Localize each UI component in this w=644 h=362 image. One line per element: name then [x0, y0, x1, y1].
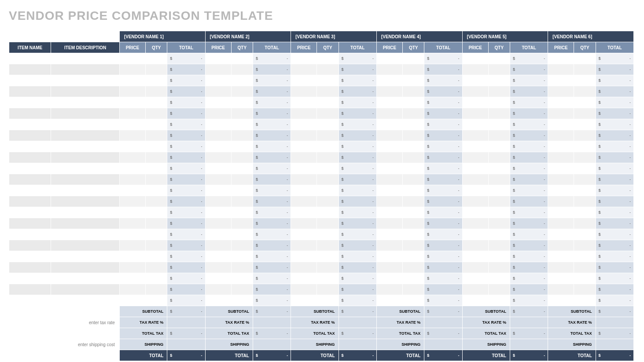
price-cell[interactable] — [291, 196, 317, 207]
qty-cell[interactable] — [403, 284, 424, 295]
price-cell[interactable] — [376, 240, 402, 251]
qty-cell[interactable] — [317, 130, 339, 141]
qty-cell[interactable] — [488, 119, 510, 130]
qty-cell[interactable] — [488, 64, 510, 75]
price-cell[interactable] — [548, 108, 574, 119]
price-cell[interactable] — [119, 53, 145, 64]
item-name-cell[interactable] — [9, 262, 51, 273]
price-cell[interactable] — [291, 240, 317, 251]
qty-cell[interactable] — [488, 108, 510, 119]
price-cell[interactable] — [291, 141, 317, 152]
qty-cell[interactable] — [403, 251, 424, 262]
price-cell[interactable] — [376, 163, 402, 174]
price-cell[interactable] — [205, 64, 231, 75]
qty-cell[interactable] — [488, 207, 510, 218]
price-cell[interactable] — [376, 262, 402, 273]
price-cell[interactable] — [376, 174, 402, 185]
qty-cell[interactable] — [574, 218, 596, 229]
item-desc-cell[interactable] — [51, 97, 120, 108]
qty-cell[interactable] — [231, 75, 253, 86]
price-cell[interactable] — [462, 119, 488, 130]
price-cell[interactable] — [548, 251, 574, 262]
price-cell[interactable] — [205, 185, 231, 196]
price-cell[interactable] — [548, 273, 574, 284]
item-name-cell[interactable] — [9, 207, 51, 218]
qty-cell[interactable] — [146, 262, 167, 273]
price-cell[interactable] — [548, 229, 574, 240]
qty-cell[interactable] — [146, 130, 167, 141]
price-cell[interactable] — [548, 64, 574, 75]
price-cell[interactable] — [291, 229, 317, 240]
qty-cell[interactable] — [403, 185, 424, 196]
price-cell[interactable] — [376, 119, 402, 130]
price-cell[interactable] — [119, 207, 145, 218]
price-cell[interactable] — [205, 295, 231, 306]
price-cell[interactable] — [205, 273, 231, 284]
qty-cell[interactable] — [574, 273, 596, 284]
item-name-cell[interactable] — [9, 240, 51, 251]
qty-cell[interactable] — [231, 273, 253, 284]
qty-cell[interactable] — [317, 251, 339, 262]
qty-cell[interactable] — [574, 130, 596, 141]
qty-cell[interactable] — [488, 229, 510, 240]
item-name-cell[interactable] — [9, 130, 51, 141]
price-cell[interactable] — [119, 240, 145, 251]
qty-cell[interactable] — [231, 53, 253, 64]
qty-cell[interactable] — [574, 53, 596, 64]
price-cell[interactable] — [119, 141, 145, 152]
item-name-cell[interactable] — [9, 185, 51, 196]
item-desc-cell[interactable] — [51, 130, 120, 141]
qty-cell[interactable] — [146, 295, 167, 306]
item-name-cell[interactable] — [9, 251, 51, 262]
price-cell[interactable] — [462, 53, 488, 64]
price-cell[interactable] — [376, 53, 402, 64]
qty-cell[interactable] — [146, 240, 167, 251]
price-cell[interactable] — [205, 86, 231, 97]
price-cell[interactable] — [548, 130, 574, 141]
price-cell[interactable] — [462, 141, 488, 152]
qty-cell[interactable] — [146, 207, 167, 218]
price-cell[interactable] — [205, 75, 231, 86]
qty-cell[interactable] — [488, 196, 510, 207]
price-cell[interactable] — [376, 251, 402, 262]
qty-cell[interactable] — [317, 64, 339, 75]
qty-cell[interactable] — [574, 86, 596, 97]
price-cell[interactable] — [291, 218, 317, 229]
item-desc-cell[interactable] — [51, 174, 120, 185]
qty-cell[interactable] — [403, 119, 424, 130]
taxrate-cell[interactable] — [167, 317, 205, 328]
price-cell[interactable] — [205, 141, 231, 152]
price-cell[interactable] — [376, 207, 402, 218]
qty-cell[interactable] — [574, 163, 596, 174]
shipping-cell[interactable] — [596, 339, 633, 350]
qty-cell[interactable] — [403, 53, 424, 64]
item-desc-cell[interactable] — [51, 229, 120, 240]
qty-cell[interactable] — [403, 163, 424, 174]
price-cell[interactable] — [548, 86, 574, 97]
price-cell[interactable] — [291, 185, 317, 196]
qty-cell[interactable] — [231, 141, 253, 152]
price-cell[interactable] — [119, 284, 145, 295]
price-cell[interactable] — [291, 152, 317, 163]
item-desc-cell[interactable] — [51, 218, 120, 229]
item-name-cell[interactable] — [9, 108, 51, 119]
qty-cell[interactable] — [146, 218, 167, 229]
price-cell[interactable] — [291, 262, 317, 273]
qty-cell[interactable] — [574, 75, 596, 86]
qty-cell[interactable] — [231, 174, 253, 185]
qty-cell[interactable] — [317, 229, 339, 240]
item-desc-cell[interactable] — [51, 75, 120, 86]
price-cell[interactable] — [119, 273, 145, 284]
qty-cell[interactable] — [231, 86, 253, 97]
qty-cell[interactable] — [403, 295, 424, 306]
qty-cell[interactable] — [231, 218, 253, 229]
qty-cell[interactable] — [574, 240, 596, 251]
item-name-cell[interactable] — [9, 119, 51, 130]
item-name-cell[interactable] — [9, 229, 51, 240]
qty-cell[interactable] — [488, 273, 510, 284]
price-cell[interactable] — [291, 64, 317, 75]
item-desc-cell[interactable] — [51, 207, 120, 218]
qty-cell[interactable] — [231, 207, 253, 218]
qty-cell[interactable] — [317, 240, 339, 251]
price-cell[interactable] — [376, 97, 402, 108]
